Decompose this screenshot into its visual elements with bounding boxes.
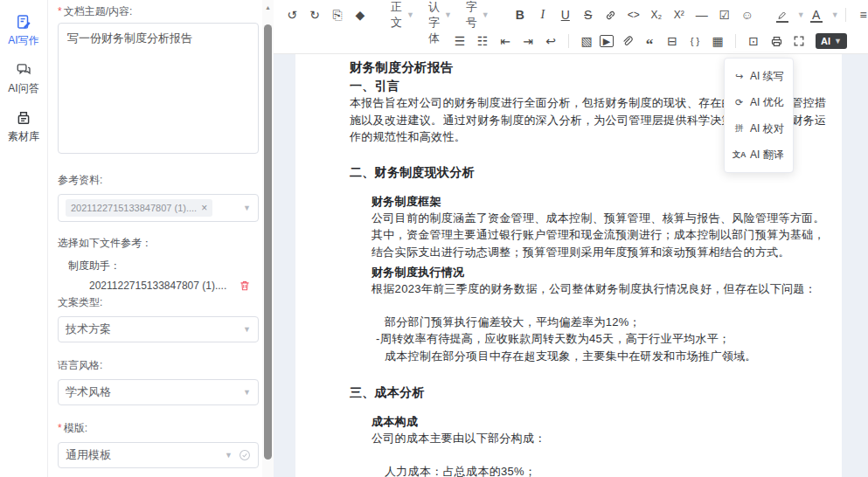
sidebar-item-label: AI问答	[0, 81, 47, 96]
sidebar-item-ai-writing[interactable]: AI写作	[0, 14, 47, 48]
template-label: *模版:	[58, 421, 258, 436]
print-icon[interactable]	[767, 31, 786, 51]
checkbox-icon[interactable]: ☑	[715, 5, 734, 24]
ai-menu-button[interactable]: AI ▼	[816, 33, 847, 49]
chevron-down-icon: ▼	[243, 204, 251, 212]
panel-scrollbar[interactable]: ▲	[262, 0, 274, 477]
template-check-icon[interactable]	[239, 449, 251, 461]
menu-item-ai-continue[interactable]: ↪ AI 续写	[725, 63, 793, 89]
sidebar-item-label: 素材库	[0, 129, 47, 144]
doc-issue-item: -周转效率有待提高，应收账款周转天数为45天，高于行业平均水平；	[376, 330, 831, 348]
font-size-select[interactable]: 字号▼	[466, 0, 490, 31]
horizontal-rule-icon[interactable]: —	[692, 5, 712, 24]
copy-type-label: 文案类型:	[58, 295, 258, 310]
undo-icon[interactable]: ↺	[282, 5, 302, 24]
toolbar-divider	[735, 34, 736, 48]
app-sidebar: AI写作 AI问答 素材库	[0, 0, 48, 477]
ai-dropdown-menu: ↪ AI 续写 ⟳ AI 优化 拼 AI 校对 文A AI 翻译	[724, 58, 794, 173]
subscript-icon[interactable]: X₂	[647, 5, 666, 24]
doc-heading-section3: 三、成本分析	[350, 384, 831, 401]
doc-heading-cost: 成本构成	[372, 413, 831, 430]
chevron-down-icon: ▼	[834, 37, 842, 45]
optimize-icon: ⟳	[733, 97, 746, 108]
strikethrough-icon[interactable]: S	[579, 5, 598, 24]
writing-form-panel: *文档主题/内容: 写一份财务制度分析报告 参考资料: 202112271513…	[49, 0, 262, 477]
embed-page-icon[interactable]: ⊡	[744, 31, 763, 51]
blockquote-icon[interactable]: “	[640, 31, 659, 51]
outdent-icon[interactable]: ⇤	[496, 31, 515, 51]
chevron-down-icon: ▼	[243, 325, 251, 334]
code-inline-icon[interactable]: <>	[624, 5, 643, 24]
menu-item-ai-optimize[interactable]: ⟳ AI 优化	[725, 89, 793, 115]
reference-select[interactable]: 2021122715133847807 (1).... × ▼	[58, 194, 259, 222]
tag-close-icon[interactable]: ×	[201, 202, 207, 214]
referenced-file-row: 2021122715133847807 (1)....	[58, 280, 258, 292]
video-icon[interactable]: ▶	[600, 35, 614, 47]
doc-paragraph: 根据2023年前三季度的财务数据，公司整体财务制度执行情况良好，但存在以下问题：	[372, 280, 831, 298]
indent-icon[interactable]: ⇥	[518, 31, 538, 51]
chevron-down-icon: ▼	[243, 388, 251, 397]
required-asterisk: *	[58, 5, 62, 17]
bold-icon[interactable]: B	[510, 5, 530, 24]
link-icon[interactable]	[601, 5, 621, 24]
line-break-icon[interactable]: ↩	[541, 31, 560, 51]
translate-icon: 文A	[733, 149, 746, 161]
doc-issue-item: 成本控制在部分项目中存在超支现象，主要集中在研发和市场推广领域。	[385, 348, 831, 365]
paragraph-style-select[interactable]: 正文▼	[391, 0, 414, 31]
proofread-icon: 拼	[733, 122, 746, 135]
required-asterisk: *	[58, 422, 62, 434]
delete-file-icon[interactable]	[239, 280, 251, 292]
topic-input[interactable]: 写一份财务制度分析报告	[58, 23, 259, 154]
font-color-icon[interactable]: A	[807, 5, 826, 24]
doc-heading-framework: 财务制度框架	[372, 193, 831, 210]
assistant-label: 制度助手：	[58, 259, 258, 273]
doc-pencil-icon	[0, 14, 47, 31]
format-painter-icon[interactable]: ⎘	[328, 5, 347, 24]
continue-writing-icon: ↪	[733, 71, 746, 82]
chat-bubbles-icon	[0, 62, 47, 80]
font-family-select[interactable]: 默认字体▼	[428, 0, 452, 46]
template-select[interactable]: 通用模板 ▼	[58, 442, 259, 468]
bullet-list-icon[interactable]: ☰	[450, 31, 469, 51]
eraser-icon[interactable]: ◆	[351, 5, 370, 24]
attachment-icon[interactable]	[617, 31, 636, 51]
menu-item-ai-translate[interactable]: 文A AI 翻译	[725, 142, 793, 168]
table-icon[interactable]: ▦	[708, 31, 727, 51]
doc-paragraph: 公司的成本主要由以下部分构成：	[372, 430, 831, 447]
doc-issue-item: 部分部门预算执行偏差较大，平均偏差率为12%；	[385, 314, 831, 331]
redo-icon[interactable]: ↻	[305, 5, 324, 24]
italic-icon[interactable]: I	[533, 5, 552, 24]
doc-cost-item: 人力成本：占总成本的35%；	[385, 463, 831, 477]
sidebar-item-ai-qa[interactable]: AI问答	[0, 62, 47, 96]
referenced-file-name: 2021122715133847807 (1)....	[89, 280, 239, 292]
rich-text-editor: ↺ ↻ ⎘ ◆ 正文▼ 默认字体▼ 字号▼ B I U S	[274, 0, 868, 477]
chevron-down-icon[interactable]: ▼	[831, 10, 839, 19]
reference-file-tag[interactable]: 2021122715133847807 (1).... ×	[66, 199, 212, 217]
scrollbar-thumb[interactable]	[264, 24, 272, 460]
toolbar-divider	[568, 34, 569, 48]
doc-heading-execution: 财务制度执行情况	[372, 264, 831, 280]
highlight-color-icon[interactable]	[773, 5, 792, 24]
topic-label: *文档主题/内容:	[58, 4, 258, 19]
chevron-down-icon: ▼	[225, 451, 233, 460]
file-reference-label: 选择如下文件参考：	[58, 236, 258, 251]
scroll-up-arrow-icon[interactable]: ▲	[264, 4, 272, 10]
doc-paragraph: 公司目前的制度涵盖了资金管理、成本控制、预算管理、核算与报告、风险管理等方面。其…	[372, 210, 831, 261]
underline-icon[interactable]: U	[556, 5, 575, 24]
copy-type-select[interactable]: 技术方案 ▼	[58, 316, 259, 342]
language-style-label: 语言风格:	[58, 358, 258, 373]
menu-item-ai-proofread[interactable]: 拼 AI 校对	[725, 115, 793, 142]
divider-block-icon[interactable]: ⊟	[663, 31, 682, 51]
chevron-down-icon[interactable]: ▼	[797, 10, 805, 19]
align-icon[interactable]: ≡	[854, 5, 868, 24]
code-block-icon[interactable]: { }	[685, 31, 705, 51]
language-style-select[interactable]: 学术风格 ▼	[58, 379, 259, 405]
editor-toolbar: ↺ ↻ ⎘ ◆ 正文▼ 默认字体▼ 字号▼ B I U S	[274, 0, 868, 54]
sidebar-item-material-library[interactable]: 素材库	[0, 110, 47, 144]
fullscreen-icon[interactable]	[789, 31, 809, 51]
superscript-icon[interactable]: X²	[670, 5, 689, 24]
image-icon[interactable]: ▧	[577, 31, 596, 51]
ordered-list-icon[interactable]: ☷	[473, 31, 492, 51]
emoji-icon[interactable]: ☺	[738, 5, 757, 24]
toolbar-divider	[845, 8, 846, 22]
